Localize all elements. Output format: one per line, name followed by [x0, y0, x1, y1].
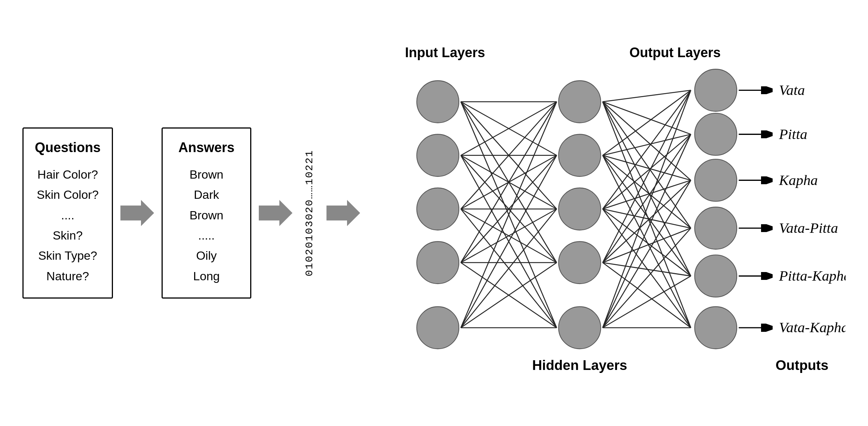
svg-line-51: [603, 263, 691, 328]
svg-marker-1: [259, 200, 292, 226]
svg-point-73: [559, 241, 601, 284]
main-diagram: Questions Hair Color? Skin Color? .... S…: [0, 0, 868, 426]
arrow-3: [326, 198, 360, 228]
svg-point-68: [417, 241, 459, 284]
encoding-wrapper: 01020103020……10221: [304, 150, 315, 276]
svg-line-29: [603, 102, 691, 134]
output-nodes: [695, 69, 737, 349]
questions-box: Questions Hair Color? Skin Color? .... S…: [22, 127, 113, 299]
svg-point-75: [695, 69, 737, 111]
svg-text:Vata-Pitta: Vata-Pitta: [779, 220, 838, 236]
svg-point-71: [559, 134, 601, 176]
svg-text:Pitta-Kapha: Pitta-Kapha: [779, 268, 846, 284]
svg-text:Vata-Kapha: Vata-Kapha: [779, 319, 846, 335]
hidden-layers-label: Hidden Layers: [532, 358, 627, 373]
svg-text:Pitta: Pitta: [779, 126, 807, 142]
svg-point-79: [695, 255, 737, 297]
answers-box: Answers Brown Dark Brown ..... Oily Long: [162, 127, 251, 299]
svg-point-76: [695, 113, 737, 155]
svg-point-70: [559, 81, 601, 123]
svg-point-80: [695, 307, 737, 349]
svg-line-54: [603, 180, 691, 328]
svg-line-35: [603, 134, 691, 155]
nn-section: Input Layers Output Layers: [375, 45, 846, 381]
hidden-nodes: [559, 81, 601, 349]
answers-title: Answers: [174, 140, 239, 155]
svg-point-72: [559, 188, 601, 230]
svg-marker-0: [120, 200, 154, 226]
input-layers-label: Input Layers: [405, 45, 485, 61]
input-hidden-connections: [461, 102, 556, 328]
svg-point-69: [417, 307, 459, 349]
svg-line-42: [603, 180, 691, 209]
svg-text:Vata: Vata: [779, 82, 805, 98]
outputs-title: Outputs: [776, 358, 828, 373]
arrow-2: [259, 198, 292, 228]
output-layers-label: Output Layers: [629, 45, 721, 61]
svg-line-50: [603, 263, 691, 276]
questions-title: Questions: [35, 140, 101, 155]
svg-line-53: [603, 134, 691, 328]
svg-line-45: [603, 209, 691, 328]
output-text-labels: Vata Pitta Kapha Vata-Pitta Pitta-Kapha …: [779, 82, 846, 336]
svg-point-66: [417, 134, 459, 176]
svg-point-65: [417, 81, 459, 123]
svg-point-78: [695, 207, 737, 249]
questions-content: Hair Color? Skin Color? .... Skin? Skin …: [35, 164, 101, 286]
svg-point-77: [695, 159, 737, 201]
svg-text:Kapha: Kapha: [779, 172, 818, 188]
nn-svg: Vata Pitta Kapha Vata-Pitta Pitta-Kapha …: [375, 67, 846, 374]
input-nodes: [417, 81, 459, 349]
svg-line-30: [603, 102, 691, 180]
svg-point-74: [559, 307, 601, 349]
svg-marker-2: [326, 200, 360, 226]
answers-content: Brown Dark Brown ..... Oily Long: [174, 164, 239, 286]
svg-point-67: [417, 188, 459, 230]
svg-line-33: [603, 102, 691, 328]
arrow-1: [120, 198, 154, 228]
hidden-output-connections: [603, 90, 691, 328]
encoding-text: 01020103020……10221: [304, 150, 315, 276]
output-arrows: [739, 90, 771, 328]
